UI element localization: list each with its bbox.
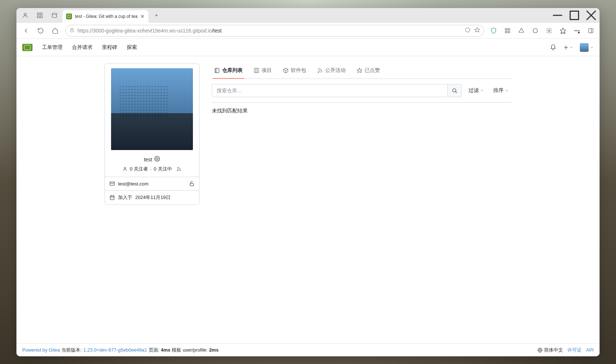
svg-rect-27 — [589, 28, 593, 33]
minimize-button[interactable] — [549, 8, 566, 23]
rss-icon[interactable] — [176, 166, 182, 172]
page-time: 4ms — [161, 347, 170, 353]
settings-icon[interactable] — [154, 156, 160, 163]
svg-point-12 — [465, 28, 470, 32]
home-button[interactable] — [49, 25, 62, 37]
language-selector[interactable]: 简体中文 — [537, 347, 563, 353]
filter-dropdown[interactable]: 过滤 — [465, 84, 487, 97]
gitea-favicon-icon — [66, 14, 72, 19]
circle-extension-icon[interactable] — [529, 25, 541, 37]
create-menu-button[interactable] — [563, 45, 573, 50]
favorites-button[interactable] — [557, 25, 569, 37]
new-tab-button[interactable]: ＋ — [151, 10, 161, 20]
profile-tabs: 仓库列表 项目 软件包 公开活动 — [212, 64, 512, 79]
maximize-button[interactable] — [566, 8, 583, 23]
joined-date: 2024年11月19日 — [135, 194, 171, 201]
footer: Powered by Gitea 当前版本: 1.23.0+dev-677-g5… — [16, 343, 600, 356]
tab-actions-button[interactable] — [48, 9, 61, 21]
api-link[interactable]: API — [586, 347, 594, 353]
edge-icon[interactable] — [465, 27, 471, 34]
tab-activity[interactable]: 公开活动 — [316, 64, 347, 79]
profile-button[interactable] — [19, 9, 32, 21]
svg-point-25 — [578, 30, 579, 31]
sort-dropdown[interactable]: 排序 — [490, 84, 512, 97]
drive-extension-icon[interactable] — [516, 25, 527, 37]
svg-marker-21 — [560, 28, 566, 33]
nav-explore[interactable]: 探索 — [127, 44, 137, 51]
filter-label: 过滤 — [468, 87, 479, 94]
svg-rect-36 — [110, 196, 114, 200]
profile-email[interactable]: test@test.com — [118, 181, 148, 187]
tab-starred-label: 已点赞 — [365, 67, 380, 74]
svg-rect-11 — [71, 30, 73, 32]
search-button[interactable] — [447, 84, 462, 97]
gitea-logo-icon[interactable] — [22, 44, 33, 51]
tab-packages[interactable]: 软件包 — [281, 64, 308, 79]
star-icon — [357, 68, 362, 73]
tab-packages-label: 软件包 — [291, 67, 306, 74]
svg-point-46 — [318, 72, 319, 73]
followers-link[interactable]: 0 关注者 — [130, 166, 148, 172]
refresh-button[interactable] — [34, 25, 47, 37]
svg-rect-17 — [508, 31, 510, 33]
language-label: 简体中文 — [544, 347, 563, 353]
nav-issues[interactable]: 工单管理 — [42, 44, 62, 51]
nav-pulls[interactable]: 合并请求 — [72, 44, 92, 51]
unlock-icon — [189, 181, 195, 187]
shield-extension-icon[interactable] — [488, 25, 499, 37]
package-icon — [283, 68, 289, 73]
separator: · — [150, 166, 152, 172]
svg-rect-40 — [215, 68, 219, 73]
rss-icon — [317, 68, 323, 73]
browser-tab[interactable]: test - Gitea: Git with a cup of tea ✕ — [62, 10, 148, 23]
back-button[interactable] — [19, 25, 33, 37]
profile-avatar[interactable] — [111, 68, 193, 150]
more-button[interactable] — [571, 25, 583, 37]
browser-window: test - Gitea: Git with a cup of tea ✕ ＋ … — [16, 8, 600, 356]
svg-rect-15 — [508, 28, 510, 30]
version-label: 当前版本: — [61, 347, 82, 353]
svg-rect-35 — [190, 183, 193, 186]
settings-extension-icon[interactable] — [543, 25, 555, 37]
profile-joined-row: 加入于 2024年11月19日 — [105, 190, 199, 204]
following-link[interactable]: 0 关注中 — [154, 166, 172, 172]
svg-point-31 — [156, 158, 158, 160]
nav-milestones[interactable]: 里程碑 — [102, 44, 117, 51]
grid-extension-icon[interactable] — [502, 25, 513, 37]
svg-rect-5 — [52, 13, 57, 18]
template-name: user/profile: — [183, 347, 208, 353]
close-tab-button[interactable]: ✕ — [140, 14, 145, 19]
person-icon — [122, 166, 128, 172]
sidebar-button[interactable] — [585, 25, 597, 37]
svg-point-26 — [578, 32, 580, 34]
close-window-button[interactable] — [583, 8, 600, 23]
notifications-button[interactable] — [550, 44, 556, 51]
url-text: https://3000-gogitea-gitea-xohevt19e4m.w… — [77, 28, 222, 34]
svg-rect-8 — [570, 11, 579, 19]
version-link[interactable]: 1.23.0+dev-677-g5eb0ee49a1 — [83, 347, 147, 353]
svg-rect-14 — [505, 28, 507, 30]
project-icon — [254, 68, 259, 73]
license-link[interactable]: 许可证 — [567, 347, 582, 353]
svg-point-23 — [575, 30, 575, 31]
repo-icon — [214, 68, 220, 73]
user-avatar-icon — [580, 43, 589, 52]
tab-title: test - Gitea: Git with a cup of tea — [75, 14, 137, 19]
tab-starred[interactable]: 已点赞 — [355, 64, 381, 79]
tab-repositories[interactable]: 仓库列表 — [213, 64, 244, 79]
user-menu-button[interactable] — [580, 43, 594, 52]
tab-strip: test - Gitea: Git with a cup of tea ✕ ＋ — [16, 8, 600, 23]
url-bar[interactable]: https://3000-gogitea-gitea-xohevt19e4m.w… — [65, 25, 484, 37]
tab-projects[interactable]: 项目 — [252, 64, 273, 79]
search-input[interactable] — [212, 84, 447, 97]
favorite-icon[interactable] — [474, 27, 480, 34]
svg-rect-34 — [110, 182, 114, 185]
tab-projects-label: 项目 — [262, 67, 272, 74]
svg-line-49 — [456, 92, 457, 93]
profile-main: 仓库列表 项目 软件包 公开活动 — [212, 64, 512, 343]
svg-point-0 — [24, 13, 26, 15]
svg-point-20 — [548, 30, 550, 31]
powered-by-link[interactable]: Powered by Gitea — [22, 347, 60, 353]
workspaces-button[interactable] — [33, 9, 46, 21]
svg-rect-16 — [505, 31, 507, 33]
